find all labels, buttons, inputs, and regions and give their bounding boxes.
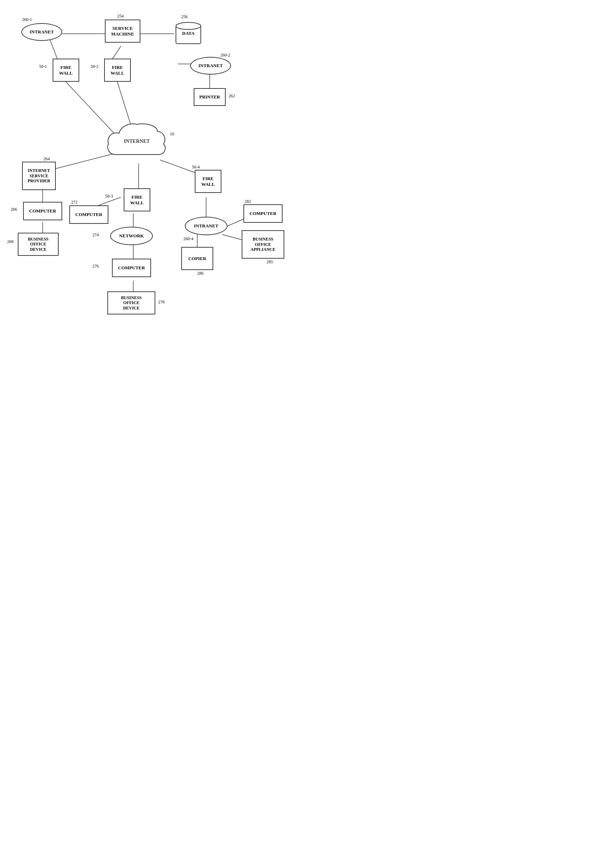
isp-node: INTERNETSERVICEPROVIDER — [22, 162, 56, 190]
network-node: NETWORK — [110, 227, 153, 245]
intranet-2-node: INTRANET — [190, 57, 231, 75]
svg-point-22 — [176, 22, 201, 30]
data-node: DATA — [174, 21, 203, 46]
firewall-2-node: FIREWALL — [104, 59, 131, 82]
computer-266-label: COMPUTER — [29, 208, 56, 214]
intranet-1-ref: 260-1 — [22, 17, 32, 22]
computer-272-node: COMPUTER — [69, 205, 108, 224]
firewall-3-ref: 50-3 — [105, 193, 113, 199]
printer-node: PRINTER — [194, 88, 226, 106]
business-office-appliance-ref: 285 — [266, 259, 273, 265]
internet-cloud: INTERNET — [105, 121, 169, 167]
business-office-appliance-node: BUSINESSOFFICEAPPLIANCE — [242, 230, 284, 259]
firewall-3-label: FIREWALL — [130, 194, 143, 205]
business-office-device-278-ref: 278 — [158, 300, 164, 305]
business-office-device-268-label: BUSINESSOFFICEDEVICE — [28, 237, 48, 252]
computer-282-node: COMPUTER — [244, 204, 282, 223]
intranet-2-ref: 260-2 — [220, 53, 230, 58]
firewall-4-label: FIREWALL — [201, 176, 214, 187]
isp-label: INTERNETSERVICEPROVIDER — [27, 168, 50, 183]
intranet-1-node: INTRANET — [21, 23, 62, 41]
computer-276-ref: 276 — [92, 264, 99, 269]
intranet-1-label: INTRANET — [30, 29, 54, 35]
computer-272-ref: 272 — [71, 200, 77, 205]
isp-ref: 264 — [43, 156, 50, 162]
network-diagram: INTRANET 260-1 SERVICEMACHINE 254 DATA 2… — [0, 0, 299, 391]
data-label: DATA — [174, 31, 203, 36]
intranet-2-label: INTRANET — [198, 63, 223, 69]
firewall-1-label: FIREWALL — [59, 65, 72, 76]
firewall-2-ref: 50-2 — [91, 64, 98, 69]
internet-node: INTERNET — [105, 121, 169, 167]
business-office-device-278-label: BUSINESSOFFICEDEVICE — [121, 295, 142, 310]
computer-276-label: COMPUTER — [118, 265, 145, 271]
firewall-3-node: FIREWALL — [124, 188, 150, 211]
service-machine-node: SERVICEMACHINE — [105, 19, 140, 43]
firewall-4-node: FIREWALL — [195, 170, 222, 193]
firewall-2-label: FIREWALL — [111, 65, 124, 76]
firewall-1-ref: 50-1 — [39, 64, 47, 69]
service-machine-label: SERVICEMACHINE — [111, 25, 134, 37]
computer-272-label: COMPUTER — [75, 212, 102, 217]
printer-ref: 262 — [229, 93, 235, 99]
computer-276-node: COMPUTER — [112, 259, 151, 277]
network-label: NETWORK — [119, 233, 143, 239]
business-office-device-268-node: BUSINESSOFFICEDEVICE — [18, 233, 59, 256]
firewall-1-node: FIREWALL — [53, 59, 79, 82]
computer-282-label: COMPUTER — [250, 211, 277, 216]
network-ref: 274 — [92, 232, 99, 238]
printer-label: PRINTER — [200, 94, 220, 100]
svg-text:INTERNET: INTERNET — [124, 139, 150, 144]
copier-label: COPIER — [188, 256, 207, 261]
intranet-4-node: INTRANET — [185, 217, 228, 235]
copier-node: COPIER — [181, 247, 213, 270]
internet-ref: 10 — [170, 131, 174, 137]
computer-266-ref: 266 — [11, 207, 17, 212]
computer-282-ref: 282 — [244, 199, 251, 204]
data-ref: 256 — [181, 14, 188, 19]
intranet-4-ref: 260-4 — [183, 236, 193, 242]
computer-266-node: COMPUTER — [23, 202, 62, 220]
copier-ref: 286 — [197, 271, 204, 276]
business-office-device-278-node: BUSINESSOFFICEDEVICE — [107, 291, 155, 314]
service-machine-ref: 254 — [117, 13, 124, 19]
firewall-4-ref: 50-4 — [192, 164, 200, 170]
business-office-device-268-ref: 268 — [7, 239, 13, 244]
business-office-appliance-label: BUSINESSOFFICEAPPLIANCE — [251, 237, 275, 252]
intranet-4-label: INTRANET — [194, 223, 219, 229]
